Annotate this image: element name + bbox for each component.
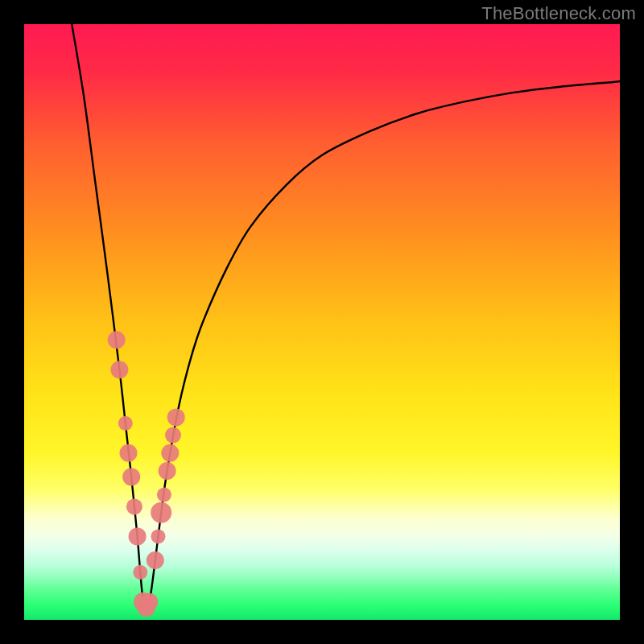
sample-point [126,498,142,514]
chart-outer-frame: TheBottleneck.com [0,0,644,644]
sample-point [165,427,181,444]
sample-point [129,527,147,545]
plot-area [24,24,620,620]
sample-point [122,468,140,485]
sample-point [118,416,133,431]
watermark-text: TheBottleneck.com [481,3,636,24]
sample-point [151,529,166,543]
sample-point [133,565,147,580]
sample-point [140,593,158,611]
sample-point [161,444,179,462]
sample-point [120,444,138,462]
sample-point [157,488,171,502]
sample-point [159,462,176,480]
sample-point [151,502,171,523]
sample-point [110,361,128,378]
sample-point [108,331,126,349]
sample-point [147,551,164,569]
bottleneck-chart [24,24,620,620]
sample-point [167,408,185,426]
